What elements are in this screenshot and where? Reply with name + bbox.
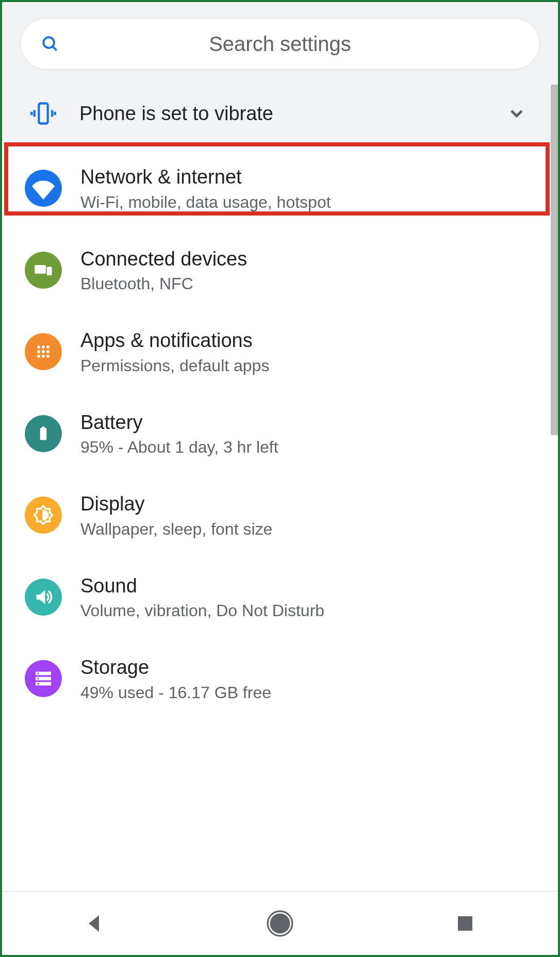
settings-item-texts: Battery 95% - About 1 day, 3 hr left <box>62 410 278 457</box>
settings-item-subtitle: 95% - About 1 day, 3 hr left <box>80 438 278 457</box>
svg-point-16 <box>42 355 45 358</box>
svg-rect-2 <box>39 104 47 124</box>
settings-item-storage[interactable]: Storage 49% used - 16.17 GB free <box>2 638 558 720</box>
settings-list: Network & internet Wi-Fi, mobile, data u… <box>2 147 558 891</box>
apps-icon <box>25 333 62 370</box>
settings-item-texts: Network & internet Wi-Fi, mobile, data u… <box>62 165 331 212</box>
settings-item-subtitle: Volume, vibration, Do Not Disturb <box>80 601 324 620</box>
svg-point-14 <box>46 350 50 353</box>
settings-item-title: Display <box>80 492 272 517</box>
svg-rect-19 <box>42 426 45 428</box>
svg-rect-18 <box>40 428 47 440</box>
settings-item-texts: Sound Volume, vibration, Do Not Disturb <box>62 574 324 621</box>
svg-point-13 <box>42 350 45 353</box>
settings-item-texts: Display Wallpaper, sleep, font size <box>62 492 272 539</box>
svg-point-10 <box>42 345 45 349</box>
android-navbar <box>2 891 558 955</box>
svg-point-17 <box>46 355 50 358</box>
settings-item-subtitle: Permissions, default apps <box>80 356 269 375</box>
settings-item-network[interactable]: Network & internet Wi-Fi, mobile, data u… <box>2 147 558 229</box>
settings-item-subtitle: 49% used - 16.17 GB free <box>80 683 271 702</box>
svg-point-28 <box>270 913 290 933</box>
sound-icon <box>25 579 62 616</box>
settings-item-battery[interactable]: Battery 95% - About 1 day, 3 hr left <box>2 393 558 475</box>
nav-back-button[interactable] <box>43 911 146 936</box>
settings-item-title: Sound <box>80 574 324 599</box>
settings-item-title: Network & internet <box>80 165 331 190</box>
scrollbar[interactable] <box>551 85 558 435</box>
svg-point-12 <box>37 350 40 353</box>
settings-item-title: Battery <box>80 410 278 435</box>
settings-item-title: Apps & notifications <box>80 328 269 353</box>
nav-home-button[interactable] <box>228 910 332 937</box>
svg-point-15 <box>37 355 40 358</box>
settings-item-connected-devices[interactable]: Connected devices Bluetooth, NFC <box>2 229 558 311</box>
svg-rect-7 <box>35 265 46 274</box>
search-placeholder: Search settings <box>40 32 520 56</box>
svg-point-24 <box>37 673 39 674</box>
settings-item-sound[interactable]: Sound Volume, vibration, Do Not Disturb <box>2 556 558 638</box>
settings-item-subtitle: Wi-Fi, mobile, data usage, hotspot <box>80 193 331 212</box>
settings-item-subtitle: Bluetooth, NFC <box>80 274 247 293</box>
settings-screen: Search settings Phone is set to vibrate <box>0 0 560 957</box>
devices-icon <box>25 252 62 289</box>
settings-item-apps[interactable]: Apps & notifications Permissions, defaul… <box>2 311 558 393</box>
settings-item-texts: Storage 49% used - 16.17 GB free <box>62 655 271 702</box>
wifi-icon <box>25 170 62 207</box>
nav-recents-button[interactable] <box>414 913 517 934</box>
settings-item-texts: Apps & notifications Permissions, defaul… <box>62 328 269 375</box>
chevron-down-icon <box>501 103 532 124</box>
header-area: Search settings Phone is set to vibrate <box>2 2 558 147</box>
vibrate-banner-text: Phone is set to vibrate <box>62 103 501 125</box>
brightness-icon <box>25 497 62 534</box>
vibrate-banner[interactable]: Phone is set to vibrate <box>21 79 539 147</box>
battery-icon <box>25 415 62 452</box>
settings-item-title: Storage <box>80 655 271 680</box>
settings-item-display[interactable]: Display Wallpaper, sleep, font size <box>2 474 558 556</box>
svg-point-11 <box>46 345 50 349</box>
vibrate-icon <box>25 100 62 127</box>
svg-point-9 <box>37 345 40 349</box>
svg-point-26 <box>37 683 39 685</box>
storage-icon <box>25 660 62 697</box>
svg-marker-27 <box>89 915 99 932</box>
settings-item-title: Connected devices <box>80 247 247 272</box>
settings-item-texts: Connected devices Bluetooth, NFC <box>62 247 247 294</box>
svg-rect-30 <box>458 916 472 931</box>
settings-item-subtitle: Wallpaper, sleep, font size <box>80 520 272 539</box>
svg-point-25 <box>37 678 39 680</box>
search-bar[interactable]: Search settings <box>21 19 539 69</box>
svg-rect-8 <box>47 267 52 275</box>
